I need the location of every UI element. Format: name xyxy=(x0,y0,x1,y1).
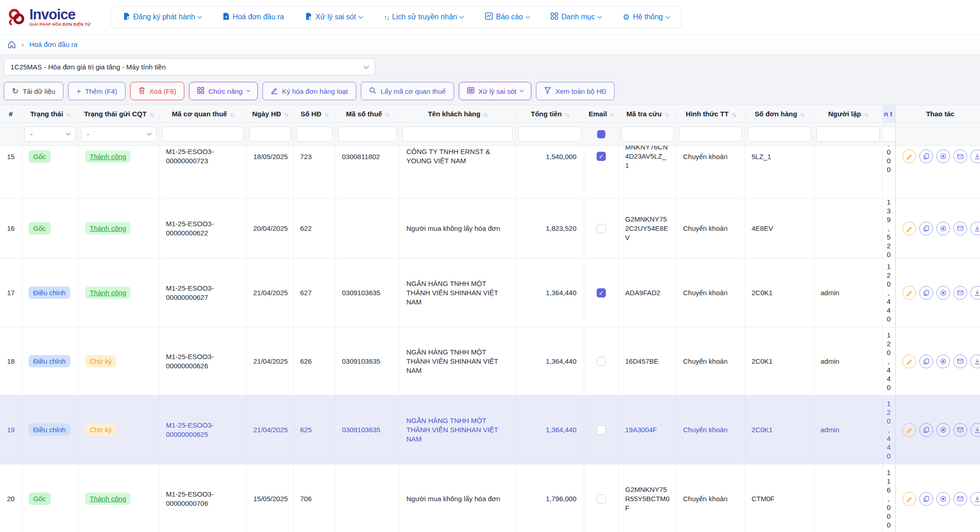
cqt-status-link[interactable]: Chờ ký xyxy=(85,355,116,367)
filter-payment-method[interactable] xyxy=(677,123,745,145)
filter-status[interactable]: - xyxy=(22,123,79,145)
view-button[interactable] xyxy=(936,149,950,163)
breadcrumb-page[interactable]: Hoá đơn đầu ra xyxy=(29,40,78,48)
more-action-button[interactable] xyxy=(970,492,980,506)
get-tax-code-button[interactable]: Lấy mã cơ quan thuế xyxy=(361,82,454,100)
edit-button[interactable] xyxy=(902,492,916,506)
nav-item-lich-su-truyen-nhan[interactable]: ↑↓ Lịch sử truyền nhận xyxy=(384,13,463,21)
copy-button[interactable] xyxy=(919,492,933,506)
col-header-status[interactable]: Trạng thái xyxy=(22,105,79,122)
filter-creator[interactable] xyxy=(814,123,883,145)
edit-button[interactable] xyxy=(902,286,916,300)
invoice-date-cell: 21/04/2025 xyxy=(247,258,294,327)
mail-button[interactable] xyxy=(953,423,967,437)
view-all-invoices-button[interactable]: Xem toàn bộ HĐ xyxy=(536,82,615,100)
tax-amount-cell-clipped: 139,520 xyxy=(883,199,895,258)
more-action-button[interactable] xyxy=(970,286,980,300)
col-header-cqt-status[interactable]: Trạng thái gửi CQT xyxy=(79,105,160,122)
filter-invoice-date[interactable] xyxy=(247,123,294,145)
invoice-table: # Trạng thái Trạng thái gửi CQT Mã cơ qu… xyxy=(0,105,980,532)
sort-icon xyxy=(800,110,804,118)
tax-amount-cell-clipped: 120,440 xyxy=(883,395,895,464)
nav-item-dang-ky-phat-hanh[interactable]: Đăng ký phát hành xyxy=(123,12,201,22)
filter-total[interactable] xyxy=(516,123,584,145)
view-button[interactable] xyxy=(936,355,950,368)
edit-button[interactable] xyxy=(902,355,916,368)
col-header-customer[interactable]: Tên khách hàng xyxy=(400,105,516,122)
edit-button[interactable] xyxy=(902,149,916,163)
nav-item-hoa-don-dau-ra[interactable]: s Hoá đơn đầu ra xyxy=(223,12,284,22)
sort-icon xyxy=(564,110,569,118)
col-header-order-number[interactable]: Số đơn hàng xyxy=(745,105,814,122)
bulk-sign-button[interactable]: Ký hóa đơn hàng loạt xyxy=(262,82,356,100)
email-filter-checkbox[interactable] xyxy=(597,130,605,138)
col-header-tax-authority-code[interactable]: Mã cơ quan thuế xyxy=(160,105,247,122)
email-checkbox[interactable] xyxy=(597,425,606,435)
filter-tax-authority-code[interactable] xyxy=(160,123,247,145)
col-header-mst[interactable]: Mã số thuế xyxy=(336,105,400,122)
email-checkbox[interactable] xyxy=(597,494,606,503)
more-action-button[interactable] xyxy=(970,423,980,437)
copy-button[interactable] xyxy=(919,222,933,235)
filter-order-number[interactable] xyxy=(745,123,814,145)
nav-item-bao-cao[interactable]: Báo cáo xyxy=(485,12,530,22)
copy-button[interactable] xyxy=(919,355,933,368)
email-checkbox[interactable] xyxy=(597,224,606,233)
nav-item-xu-ly-sai-sot[interactable]: Xử lý sai sót xyxy=(305,12,362,22)
email-checkbox[interactable] xyxy=(597,152,606,161)
col-header-payment-method[interactable]: Hình thức TT xyxy=(677,105,745,122)
more-action-button[interactable] xyxy=(970,222,980,235)
filter-invoice-number[interactable] xyxy=(294,123,336,145)
filter-email[interactable] xyxy=(584,123,619,145)
filter-cqt-status[interactable]: - xyxy=(79,123,160,145)
delete-button[interactable]: Xoá (F8) xyxy=(130,82,184,100)
copy-button[interactable] xyxy=(919,423,933,437)
add-button[interactable]: +Thêm (F4) xyxy=(68,82,125,100)
email-checkbox[interactable] xyxy=(597,357,606,366)
edit-button[interactable] xyxy=(902,222,916,235)
mail-button[interactable] xyxy=(953,222,967,235)
more-action-button[interactable] xyxy=(970,149,980,163)
cqt-status-link[interactable]: Thành công xyxy=(85,286,131,299)
view-button[interactable] xyxy=(936,286,950,300)
view-button[interactable] xyxy=(936,423,950,437)
cqt-status-link[interactable]: Thành công xyxy=(85,492,131,505)
functions-button[interactable]: Chức năng xyxy=(189,82,257,100)
email-checkbox[interactable] xyxy=(597,288,606,297)
filter-lookup-code[interactable] xyxy=(619,123,677,145)
view-button[interactable] xyxy=(936,492,950,506)
col-header-lookup-code[interactable]: Mã tra cứu xyxy=(619,105,677,122)
col-header-invoice-date[interactable]: Ngày HĐ xyxy=(247,105,294,122)
mail-button[interactable] xyxy=(953,149,967,163)
filter-customer[interactable] xyxy=(400,123,516,145)
copy-button[interactable] xyxy=(919,149,933,163)
filter-mst[interactable] xyxy=(336,123,400,145)
payment-method-cell: Chuyển khoản xyxy=(677,199,745,258)
invoice-type-select[interactable]: 1C25MAS - Hóa đơn giá trị gia tăng - Máy… xyxy=(4,58,375,75)
col-header-total[interactable]: Tổng tiền xyxy=(516,105,584,122)
col-header-email[interactable]: Email xyxy=(584,105,619,122)
creator-cell xyxy=(814,464,883,532)
col-header-tax-amount-clipped[interactable]: n t xyxy=(883,105,895,122)
home-icon[interactable] xyxy=(7,40,16,49)
view-button[interactable] xyxy=(936,222,950,235)
load-data-button[interactable]: ↻Tải dữ liệu xyxy=(4,82,63,100)
more-action-button[interactable] xyxy=(970,355,980,368)
mail-button[interactable] xyxy=(953,286,967,300)
cqt-status-link[interactable]: Thành công xyxy=(85,150,131,163)
copy-button[interactable] xyxy=(919,286,933,300)
total-cell: 1,364,440 xyxy=(516,395,584,464)
cqt-status-link[interactable]: Chờ ký xyxy=(85,423,116,436)
col-header-invoice-number[interactable]: Số HĐ xyxy=(294,105,336,122)
nav-item-he-thong[interactable]: ⚙ Hệ thống xyxy=(623,13,669,21)
cqt-status-link[interactable]: Thành công xyxy=(85,222,131,235)
creator-cell: admin xyxy=(814,395,883,464)
error-handling-button[interactable]: Xử lý sai sót xyxy=(459,82,532,100)
mail-button[interactable] xyxy=(953,492,967,506)
order-number-cell: 2C0K1 xyxy=(745,327,814,395)
col-header-creator[interactable]: Người lập xyxy=(814,105,883,122)
mail-button[interactable] xyxy=(953,355,967,368)
lookup-code-cell: MNKNY76CN4D23AV5LZ_1 xyxy=(619,146,677,199)
edit-button[interactable] xyxy=(902,423,916,437)
nav-item-danh-muc[interactable]: Danh mục xyxy=(551,12,601,22)
